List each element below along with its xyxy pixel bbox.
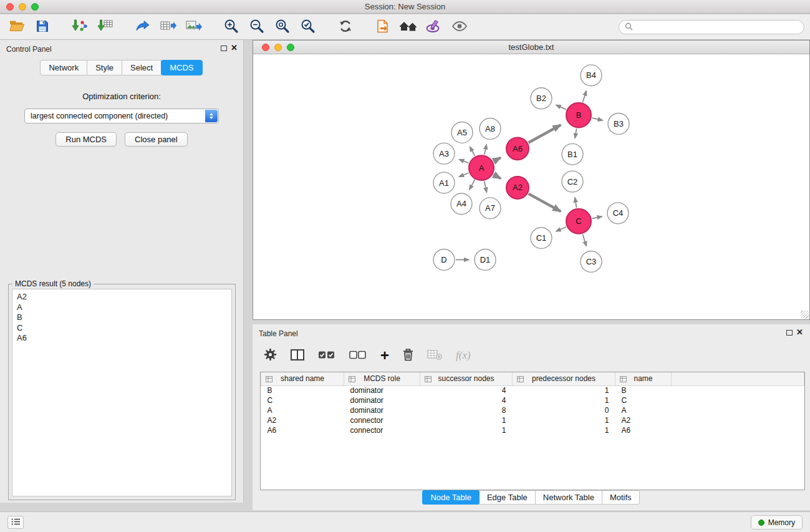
network-node-A3[interactable]: A3 (433, 143, 455, 164)
delete-column-button[interactable] (403, 349, 413, 363)
network-node-C1[interactable]: C1 (531, 228, 552, 249)
table-cell[interactable]: A (261, 405, 344, 415)
import-network-button[interactable] (71, 17, 89, 36)
network-node-A6[interactable]: A6 (506, 137, 529, 160)
search-input[interactable] (637, 23, 798, 32)
table-cell[interactable]: C (261, 395, 344, 405)
network-node-A5[interactable]: A5 (451, 122, 473, 143)
import-table-button[interactable] (97, 17, 114, 36)
network-edge-A-A4[interactable] (470, 180, 475, 190)
network-node-A2[interactable]: A2 (506, 177, 529, 199)
network-node-C2[interactable]: C2 (562, 171, 583, 192)
network-edge-B-B2[interactable] (556, 105, 566, 109)
tab-node-table[interactable]: Node Table (422, 490, 480, 505)
network-node-B3[interactable]: B3 (608, 114, 629, 135)
tab-mcds[interactable]: MCDS (161, 60, 202, 75)
network-edge-A-A3[interactable] (459, 160, 468, 163)
network-edge-A6-B[interactable] (529, 125, 561, 142)
zoom-selected-button[interactable] (299, 17, 317, 36)
network-node-B1[interactable]: B1 (562, 143, 583, 165)
tab-edge-table[interactable]: Edge Table (479, 490, 536, 505)
table-cell[interactable]: A6 (261, 425, 344, 435)
table-cell[interactable]: 1 (420, 425, 513, 435)
export-table-button[interactable] (160, 17, 177, 36)
mcds-result-item[interactable]: B (17, 312, 227, 323)
tab-select[interactable]: Select (122, 60, 162, 75)
network-edge-A2-C[interactable] (529, 194, 561, 211)
table-cell[interactable]: B (261, 385, 344, 395)
column-header[interactable]: predecessor nodes (513, 372, 615, 385)
table-cell[interactable]: 1 (420, 415, 513, 425)
network-node-A7[interactable]: A7 (480, 198, 501, 219)
network-node-A[interactable]: A (469, 155, 494, 180)
network-edge-B-B3[interactable] (592, 118, 602, 120)
table-row[interactable]: Adominator80A (261, 405, 804, 415)
zoom-fit-button[interactable] (274, 17, 291, 36)
network-node-B[interactable]: B (566, 103, 591, 128)
table-cell[interactable]: A (615, 405, 672, 415)
network-node-D[interactable]: D (433, 249, 455, 271)
table-cell[interactable]: 1 (513, 385, 615, 395)
table-cell[interactable]: dominator (344, 405, 420, 415)
mcds-result-list[interactable]: A2ABCA6 (12, 289, 232, 496)
style-edit-button[interactable] (425, 17, 443, 36)
mcds-result-item[interactable]: A6 (17, 333, 227, 344)
add-column-button[interactable]: + (380, 349, 389, 362)
show-columns-button[interactable] (291, 349, 304, 362)
delete-table-button[interactable] (427, 349, 442, 362)
network-node-B4[interactable]: B4 (581, 65, 602, 86)
tab-network[interactable]: Network (40, 60, 87, 75)
network-edge-A-A5[interactable] (470, 147, 475, 156)
resize-grip[interactable] (801, 311, 809, 319)
close-panel-button[interactable]: Close panel (125, 132, 188, 147)
table-cell[interactable]: 8 (420, 405, 513, 415)
network-node-A1[interactable]: A1 (433, 172, 455, 193)
network-node-B2[interactable]: B2 (531, 88, 552, 109)
table-cell[interactable]: dominator (344, 395, 420, 405)
network-edge-A-A7[interactable] (485, 181, 487, 193)
zoom-out-button[interactable] (248, 17, 266, 36)
table-cell[interactable]: dominator (344, 385, 420, 395)
network-node-D1[interactable]: D1 (475, 249, 496, 271)
zoom-in-button[interactable] (223, 17, 240, 36)
function-builder-button[interactable]: f(x) (456, 349, 471, 362)
close-table-panel-icon[interactable]: ✕ (796, 327, 803, 337)
network-edge-A-A8[interactable] (485, 145, 487, 155)
column-header[interactable]: shared name (261, 372, 344, 385)
table-cell[interactable]: C (615, 395, 672, 405)
network-from-file-button[interactable] (374, 17, 392, 36)
close-panel-icon[interactable]: ✕ (231, 43, 238, 53)
table-cell[interactable]: connector (344, 415, 420, 425)
column-header[interactable]: name (615, 372, 672, 385)
network-node-A4[interactable]: A4 (451, 193, 472, 215)
table-cell[interactable]: 1 (513, 395, 615, 405)
table-cell[interactable]: A6 (615, 425, 672, 435)
show-panels-button[interactable] (400, 17, 417, 36)
network-edge-C-C2[interactable] (575, 198, 577, 208)
network-close-icon[interactable] (262, 44, 269, 51)
network-edge-C-C3[interactable] (582, 235, 586, 246)
table-row[interactable]: A6connector11A6 (261, 425, 804, 435)
table-row[interactable]: A2connector11A2 (261, 415, 804, 425)
run-mcds-button[interactable]: Run MCDS (55, 132, 117, 147)
network-canvas[interactable]: B4B2BB3A5A8A6A3B1AA1C2A2A4A7CC4C1C3DD1 (253, 55, 809, 319)
export-network-button[interactable] (134, 17, 152, 36)
refresh-layout-button[interactable] (337, 17, 354, 36)
mcds-result-item[interactable]: A2 (17, 292, 227, 302)
float-panel-icon[interactable] (221, 46, 227, 51)
network-node-C[interactable]: C (566, 209, 591, 234)
network-window-titlebar[interactable]: testGlobe.txt (253, 41, 809, 54)
column-header[interactable]: MCDS role (344, 372, 420, 385)
tab-motifs[interactable]: Motifs (602, 490, 640, 505)
table-cell[interactable]: 1 (513, 415, 615, 425)
criterion-dropdown[interactable]: largest connected component (directed) (24, 109, 219, 123)
network-edge-A-A2[interactable] (493, 175, 501, 178)
table-settings-button[interactable] (264, 348, 277, 363)
open-session-button[interactable] (8, 17, 26, 36)
float-table-panel-icon[interactable] (786, 330, 793, 336)
network-edge-C-C4[interactable] (592, 216, 602, 218)
network-node-C4[interactable]: C4 (607, 203, 629, 224)
table-cell[interactable]: 1 (513, 425, 615, 435)
toggle-visibility-button[interactable] (451, 17, 468, 36)
close-window-icon[interactable] (6, 3, 14, 11)
